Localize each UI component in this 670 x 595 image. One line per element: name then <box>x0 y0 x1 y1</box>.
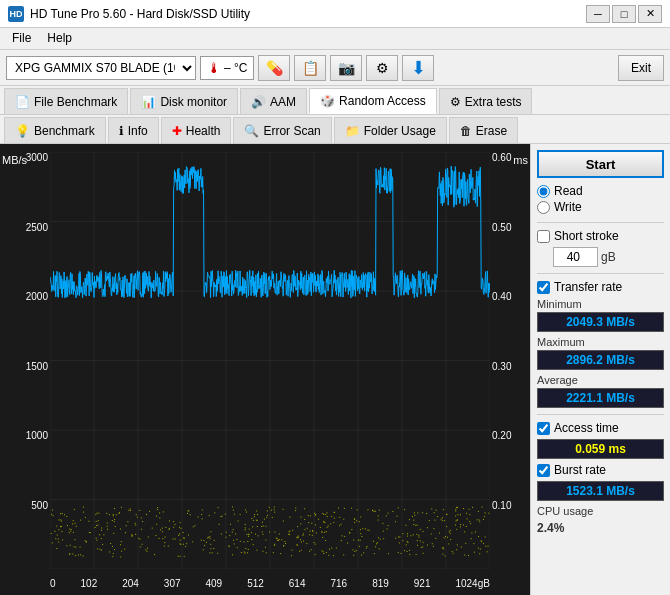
main-content: MB/s ms 3000 2500 2000 1500 1000 500 0.6… <box>0 144 670 595</box>
start-button[interactable]: Start <box>537 150 664 178</box>
burst-rate-option[interactable]: Burst rate <box>537 463 664 477</box>
tab-file-benchmark[interactable]: 📄 File Benchmark <box>4 88 128 114</box>
menu-bar: File Help <box>0 28 670 50</box>
erase-icon: 🗑 <box>460 124 472 138</box>
tab-folder-usage[interactable]: 📁 Folder Usage <box>334 117 447 143</box>
maximum-stat: Maximum 2896.2 MB/s <box>537 336 664 370</box>
short-stroke-spinbox-row: gB <box>553 247 664 267</box>
disk-monitor-icon: 📊 <box>141 95 156 109</box>
minimum-stat: Minimum 2049.3 MB/s <box>537 298 664 332</box>
burst-rate-stat: 1523.1 MB/s <box>537 481 664 501</box>
transfer-rate-checkbox[interactable] <box>537 281 550 294</box>
read-write-options: Read Write <box>537 184 664 214</box>
read-option[interactable]: Read <box>537 184 664 198</box>
average-stat: Average 2221.1 MB/s <box>537 374 664 408</box>
app-icon: HD <box>8 6 24 22</box>
access-time-checkbox[interactable] <box>537 422 550 435</box>
exit-button[interactable]: Exit <box>618 55 664 81</box>
short-stroke-spinbox[interactable] <box>553 247 598 267</box>
extra-tests-icon: ⚙ <box>450 95 461 109</box>
file-benchmark-icon: 📄 <box>15 95 30 109</box>
tab-erase[interactable]: 🗑 Erase <box>449 117 518 143</box>
window-controls[interactable]: ─ □ ✕ <box>586 5 662 23</box>
maximum-value: 2896.2 MB/s <box>537 350 664 370</box>
transfer-rate-option[interactable]: Transfer rate <box>537 280 664 294</box>
temp-display: 🌡 – °C <box>200 56 254 80</box>
tab-health[interactable]: ✚ Health <box>161 117 232 143</box>
update-button[interactable]: ⬇ <box>402 55 434 81</box>
minimum-value: 2049.3 MB/s <box>537 312 664 332</box>
close-button[interactable]: ✕ <box>638 5 662 23</box>
toolbar: XPG GAMMIX S70 BLADE (1024 gB) 🌡 – °C 💊 … <box>0 50 670 86</box>
tab-aam[interactable]: 🔊 AAM <box>240 88 307 114</box>
info-icon: ℹ <box>119 124 124 138</box>
maximize-button[interactable]: □ <box>612 5 636 23</box>
burst-rate-checkbox[interactable] <box>537 464 550 477</box>
minimum-label: Minimum <box>537 298 664 310</box>
tab-info[interactable]: ℹ Info <box>108 117 159 143</box>
info-button[interactable]: 📋 <box>294 55 326 81</box>
health-button[interactable]: 💊 <box>258 55 290 81</box>
short-stroke-checkbox[interactable] <box>537 230 550 243</box>
aam-icon: 🔊 <box>251 95 266 109</box>
tabs-row1: 📄 File Benchmark 📊 Disk monitor 🔊 AAM 🎲 … <box>0 86 670 115</box>
settings-button[interactable]: ⚙ <box>366 55 398 81</box>
read-radio[interactable] <box>537 185 550 198</box>
tab-extra-tests[interactable]: ⚙ Extra tests <box>439 88 533 114</box>
health-icon: ✚ <box>172 124 182 138</box>
write-radio[interactable] <box>537 201 550 214</box>
short-stroke-unit: gB <box>601 250 616 264</box>
folder-usage-icon: 📁 <box>345 124 360 138</box>
tab-random-access[interactable]: 🎲 Random Access <box>309 88 437 114</box>
y-axis-labels-right: 0.60 0.50 0.40 0.30 0.20 0.10 <box>492 152 528 569</box>
tab-error-scan[interactable]: 🔍 Error Scan <box>233 117 331 143</box>
temp-value: – °C <box>224 61 247 75</box>
access-time-value: 0.059 ms <box>537 439 664 459</box>
divider2 <box>537 273 664 274</box>
title-bar-left: HD HD Tune Pro 5.60 - Hard Disk/SSD Util… <box>8 6 250 22</box>
tab-benchmark[interactable]: 💡 Benchmark <box>4 117 106 143</box>
average-value: 2221.1 MB/s <box>537 388 664 408</box>
window-title: HD Tune Pro 5.60 - Hard Disk/SSD Utility <box>30 7 250 21</box>
access-time-stat: 0.059 ms <box>537 439 664 459</box>
average-label: Average <box>537 374 664 386</box>
drive-select[interactable]: XPG GAMMIX S70 BLADE (1024 gB) <box>6 56 196 80</box>
minimize-button[interactable]: ─ <box>586 5 610 23</box>
write-option[interactable]: Write <box>537 200 664 214</box>
menu-help[interactable]: Help <box>39 30 80 47</box>
chart-area: MB/s ms 3000 2500 2000 1500 1000 500 0.6… <box>0 144 530 595</box>
divider3 <box>537 414 664 415</box>
tabs-row2: 💡 Benchmark ℹ Info ✚ Health 🔍 Error Scan… <box>0 115 670 144</box>
random-access-icon: 🎲 <box>320 94 335 108</box>
benchmark-chart <box>50 152 490 569</box>
maximum-label: Maximum <box>537 336 664 348</box>
screenshot-button[interactable]: 📷 <box>330 55 362 81</box>
cpu-usage-label: CPU usage <box>537 505 664 517</box>
tab-disk-monitor[interactable]: 📊 Disk monitor <box>130 88 238 114</box>
error-scan-icon: 🔍 <box>244 124 259 138</box>
chart-inner: 3000 2500 2000 1500 1000 500 0.60 0.50 0… <box>50 152 490 569</box>
access-time-option[interactable]: Access time <box>537 421 664 435</box>
title-bar: HD HD Tune Pro 5.60 - Hard Disk/SSD Util… <box>0 0 670 28</box>
menu-file[interactable]: File <box>4 30 39 47</box>
right-panel: Start Read Write Short stroke gB Transfe… <box>530 144 670 595</box>
benchmark-icon: 💡 <box>15 124 30 138</box>
short-stroke-option[interactable]: Short stroke <box>537 229 664 243</box>
x-axis-labels: 0 102 204 307 409 512 614 716 819 921 10… <box>50 578 490 589</box>
cpu-usage-value: 2.4% <box>537 521 664 535</box>
burst-rate-value: 1523.1 MB/s <box>537 481 664 501</box>
thermometer-icon: 🌡 <box>207 60 221 76</box>
divider1 <box>537 222 664 223</box>
y-axis-labels-left: 3000 2500 2000 1500 1000 500 <box>8 152 48 569</box>
